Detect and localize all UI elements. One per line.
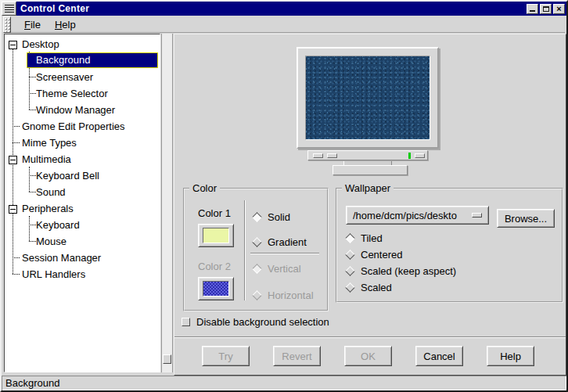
color2-label: Color 2 bbox=[198, 261, 231, 272]
tree-line bbox=[13, 257, 20, 258]
minimize-icon bbox=[530, 10, 535, 12]
radio-gradient[interactable]: Gradient bbox=[253, 236, 307, 248]
radio-unselected-icon bbox=[252, 290, 262, 300]
tree-line bbox=[29, 110, 36, 110]
radio-solid[interactable]: Solid bbox=[253, 210, 290, 223]
wallpaper-frame-legend: Wallpaper bbox=[342, 182, 394, 194]
color1-label: Color 1 bbox=[198, 207, 231, 219]
tree-line bbox=[13, 142, 20, 143]
tree-line bbox=[29, 175, 36, 176]
disable-background-selection-row: Disable background selection bbox=[182, 316, 329, 328]
color1-picker-button[interactable] bbox=[198, 224, 234, 247]
collapse-icon[interactable] bbox=[9, 205, 17, 214]
radio-scaled-keep-aspect[interactable]: Scaled (keep aspect) bbox=[347, 264, 456, 277]
sidebar-item-background[interactable]: Background bbox=[5, 52, 160, 69]
close-button[interactable]: × bbox=[553, 4, 565, 14]
pane-resize-handle[interactable] bbox=[163, 354, 171, 364]
try-button: Try bbox=[202, 346, 250, 366]
action-button-row: Try Revert OK Cancel Help bbox=[174, 346, 566, 366]
menubar: File Help bbox=[3, 16, 565, 33]
disable-background-selection-checkbox[interactable] bbox=[182, 318, 190, 326]
checkbox-label: Disable background selection bbox=[196, 316, 329, 328]
wallpaper-path: /home/dcm/pics/deskto bbox=[353, 210, 467, 221]
cancel-button[interactable]: Cancel bbox=[415, 346, 463, 366]
sidebar-item-keyboard[interactable]: Keyboard bbox=[5, 217, 160, 233]
titlebar: Control Center × bbox=[2, 2, 566, 16]
browse-button[interactable]: Browse... bbox=[497, 209, 555, 228]
menu-file[interactable]: File bbox=[17, 17, 48, 32]
menu-help[interactable]: Help bbox=[48, 17, 83, 32]
monitor-power-led bbox=[408, 153, 411, 159]
titlebar-controls-bg: × bbox=[523, 2, 566, 16]
sidebar-item-keyboard-bell[interactable]: Keyboard Bell bbox=[5, 167, 160, 184]
tree-line bbox=[29, 93, 36, 94]
sidebar-item-mouse[interactable]: Mouse bbox=[5, 233, 160, 250]
control-center-window: Control Center × File Help bbox=[0, 0, 568, 392]
revert-button: Revert bbox=[273, 346, 321, 366]
sidebar-item-peripherals[interactable]: Peripherals bbox=[5, 200, 160, 217]
ok-button: OK bbox=[344, 346, 392, 366]
radio-unselected-icon bbox=[345, 266, 355, 276]
window-title: Control Center bbox=[20, 3, 89, 14]
separator bbox=[174, 336, 566, 337]
radio-scaled[interactable]: Scaled bbox=[347, 281, 392, 293]
monitor-front-panel bbox=[307, 150, 428, 160]
separator bbox=[244, 200, 245, 300]
tree: Desktop Background Screensaver Theme Sel… bbox=[5, 34, 160, 282]
monitor-preview bbox=[297, 47, 439, 149]
help-button[interactable]: Help bbox=[487, 346, 534, 366]
monitor-button-icon bbox=[415, 153, 425, 158]
sidebar-item-mime-types[interactable]: Mime Types bbox=[5, 135, 160, 151]
tree-line bbox=[29, 192, 36, 192]
separator bbox=[250, 253, 319, 254]
wallpaper-frame: Wallpaper /home/dcm/pics/deskto Browse..… bbox=[336, 188, 563, 303]
sidebar-item-sound[interactable]: Sound bbox=[5, 184, 160, 200]
color2-picker-button[interactable] bbox=[198, 277, 234, 300]
tree-line bbox=[13, 274, 20, 275]
titlebar-drag-area[interactable]: Control Center bbox=[16, 2, 523, 16]
sidebar-item-desktop[interactable]: Desktop bbox=[5, 36, 160, 52]
maximize-icon bbox=[543, 6, 549, 12]
radio-unselected-icon bbox=[252, 237, 262, 247]
tree-line bbox=[29, 225, 36, 225]
window-menu-icon bbox=[5, 5, 14, 13]
window-menu-button[interactable] bbox=[2, 2, 16, 16]
radio-vertical: Vertical bbox=[253, 262, 301, 275]
sidebar-item-theme-selector[interactable]: Theme Selector bbox=[5, 85, 160, 102]
collapse-icon[interactable] bbox=[9, 156, 17, 164]
pane-divider[interactable] bbox=[161, 34, 173, 372]
option-menu-indicator-icon bbox=[472, 213, 482, 218]
menubar-drag-handle-icon[interactable] bbox=[3, 16, 11, 33]
sidebar-item-gnome-edit-properties[interactable]: Gnome Edit Properties bbox=[5, 118, 160, 135]
tree-line bbox=[29, 241, 36, 242]
wallpaper-preview-screen bbox=[305, 56, 430, 140]
color-frame-legend: Color bbox=[189, 182, 220, 194]
background-capplet-panel: Color Color 1 Color 2 Solid Gradient Ver… bbox=[174, 34, 566, 376]
radio-unselected-icon bbox=[345, 250, 355, 260]
sidebar-item-multimedia[interactable]: Multimedia bbox=[5, 151, 160, 167]
close-icon: × bbox=[556, 5, 561, 13]
radio-tiled[interactable]: Tiled bbox=[347, 232, 383, 244]
sidebar-item-url-handlers[interactable]: URL Handlers bbox=[5, 266, 160, 282]
sidebar-item-session-manager[interactable]: Session Manager bbox=[5, 250, 160, 266]
radio-centered[interactable]: Centered bbox=[347, 248, 402, 261]
monitor-button-icon bbox=[327, 153, 337, 158]
radio-selected-icon bbox=[252, 264, 262, 274]
radio-horizontal: Horizontal bbox=[253, 289, 314, 301]
color-frame: Color Color 1 Color 2 Solid Gradient Ver… bbox=[183, 188, 329, 311]
color2-swatch bbox=[203, 281, 229, 297]
sidebar-item-screensaver[interactable]: Screensaver bbox=[5, 69, 160, 85]
sidebar-item-window-manager[interactable]: Window Manager bbox=[5, 102, 160, 118]
tree-line bbox=[13, 126, 20, 127]
minimize-button[interactable] bbox=[527, 4, 538, 14]
monitor-base bbox=[333, 165, 408, 175]
radio-unselected-icon bbox=[345, 282, 355, 293]
radio-selected-icon bbox=[345, 233, 355, 243]
radio-selected-icon bbox=[252, 212, 262, 222]
color1-swatch bbox=[203, 228, 229, 243]
collapse-icon[interactable] bbox=[9, 41, 17, 49]
wallpaper-file-dropdown[interactable]: /home/dcm/pics/deskto bbox=[346, 206, 489, 225]
maximize-button[interactable] bbox=[540, 4, 552, 14]
monitor-button-icon bbox=[313, 153, 323, 158]
capplet-tree-sidebar: Desktop Background Screensaver Theme Sel… bbox=[4, 34, 160, 372]
